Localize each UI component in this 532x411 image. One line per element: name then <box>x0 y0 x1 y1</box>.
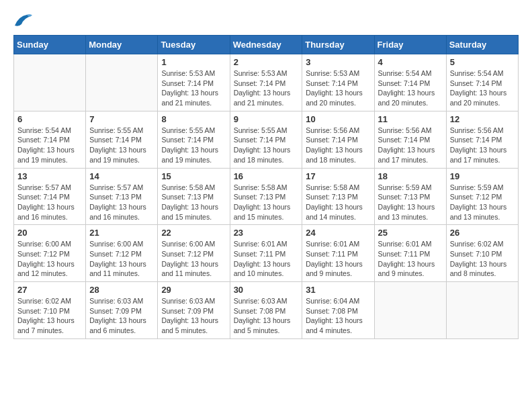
calendar-cell: 7Sunrise: 5:55 AM Sunset: 7:14 PM Daylig… <box>86 111 158 168</box>
calendar-cell: 24Sunrise: 6:01 AM Sunset: 7:11 PM Dayli… <box>302 225 374 282</box>
day-detail: Sunrise: 6:01 AM Sunset: 7:11 PM Dayligh… <box>234 239 299 279</box>
day-detail: Sunrise: 5:59 AM Sunset: 7:13 PM Dayligh… <box>378 183 443 222</box>
calendar-cell: 1Sunrise: 5:53 AM Sunset: 7:14 PM Daylig… <box>158 54 230 111</box>
day-number: 15 <box>161 171 226 181</box>
calendar-cell <box>374 282 446 339</box>
day-detail: Sunrise: 6:02 AM Sunset: 7:10 PM Dayligh… <box>450 239 515 279</box>
calendar-cell: 5Sunrise: 5:54 AM Sunset: 7:14 PM Daylig… <box>446 54 518 111</box>
day-number: 12 <box>450 114 515 124</box>
calendar-cell: 26Sunrise: 6:02 AM Sunset: 7:10 PM Dayli… <box>446 225 518 282</box>
calendar-cell: 13Sunrise: 5:57 AM Sunset: 7:14 PM Dayli… <box>14 168 86 225</box>
day-number: 31 <box>306 285 370 295</box>
day-detail: Sunrise: 6:00 AM Sunset: 7:12 PM Dayligh… <box>161 239 226 279</box>
calendar-header-tuesday: Tuesday <box>158 36 230 54</box>
day-number: 8 <box>161 114 226 124</box>
day-detail: Sunrise: 5:57 AM Sunset: 7:14 PM Dayligh… <box>17 183 82 222</box>
calendar-header-friday: Friday <box>374 36 446 54</box>
calendar-cell: 14Sunrise: 5:57 AM Sunset: 7:13 PM Dayli… <box>86 168 158 225</box>
day-detail: Sunrise: 6:02 AM Sunset: 7:10 PM Dayligh… <box>17 296 82 336</box>
calendar-table: SundayMondayTuesdayWednesdayThursdayFrid… <box>13 35 519 339</box>
day-detail: Sunrise: 5:56 AM Sunset: 7:14 PM Dayligh… <box>378 126 443 165</box>
calendar-cell: 6Sunrise: 5:54 AM Sunset: 7:14 PM Daylig… <box>14 111 86 168</box>
day-detail: Sunrise: 6:01 AM Sunset: 7:11 PM Dayligh… <box>378 239 443 279</box>
day-number: 19 <box>450 171 515 181</box>
page-header <box>13 13 519 28</box>
day-detail: Sunrise: 5:55 AM Sunset: 7:14 PM Dayligh… <box>161 126 226 165</box>
day-number: 2 <box>234 57 299 67</box>
day-number: 23 <box>234 228 299 238</box>
calendar-cell: 21Sunrise: 6:00 AM Sunset: 7:12 PM Dayli… <box>86 225 158 282</box>
day-number: 7 <box>89 114 154 124</box>
day-number: 21 <box>89 228 154 238</box>
day-number: 16 <box>234 171 299 181</box>
day-number: 10 <box>306 114 370 124</box>
day-detail: Sunrise: 5:54 AM Sunset: 7:14 PM Dayligh… <box>17 126 82 165</box>
day-number: 26 <box>450 228 515 238</box>
calendar-header-sunday: Sunday <box>14 36 86 54</box>
day-detail: Sunrise: 5:55 AM Sunset: 7:14 PM Dayligh… <box>234 126 299 165</box>
day-number: 6 <box>17 114 82 124</box>
calendar-cell: 18Sunrise: 5:59 AM Sunset: 7:13 PM Dayli… <box>374 168 446 225</box>
calendar-cell: 10Sunrise: 5:56 AM Sunset: 7:14 PM Dayli… <box>302 111 374 168</box>
calendar-cell: 22Sunrise: 6:00 AM Sunset: 7:12 PM Dayli… <box>158 225 230 282</box>
day-detail: Sunrise: 5:56 AM Sunset: 7:14 PM Dayligh… <box>450 126 515 165</box>
day-detail: Sunrise: 5:55 AM Sunset: 7:14 PM Dayligh… <box>89 126 154 165</box>
calendar-cell <box>446 282 518 339</box>
day-number: 29 <box>161 285 226 295</box>
day-number: 24 <box>306 228 370 238</box>
day-number: 17 <box>306 171 370 181</box>
day-detail: Sunrise: 6:03 AM Sunset: 7:09 PM Dayligh… <box>89 296 154 336</box>
day-detail: Sunrise: 5:58 AM Sunset: 7:13 PM Dayligh… <box>306 183 370 222</box>
calendar-cell: 2Sunrise: 5:53 AM Sunset: 7:14 PM Daylig… <box>230 54 302 111</box>
day-detail: Sunrise: 5:58 AM Sunset: 7:13 PM Dayligh… <box>161 183 226 222</box>
day-detail: Sunrise: 5:54 AM Sunset: 7:14 PM Dayligh… <box>450 68 515 108</box>
calendar-cell: 8Sunrise: 5:55 AM Sunset: 7:14 PM Daylig… <box>158 111 230 168</box>
calendar-cell: 17Sunrise: 5:58 AM Sunset: 7:13 PM Dayli… <box>302 168 374 225</box>
calendar-cell: 31Sunrise: 6:04 AM Sunset: 7:08 PM Dayli… <box>302 282 374 339</box>
day-number: 9 <box>234 114 299 124</box>
day-detail: Sunrise: 6:04 AM Sunset: 7:08 PM Dayligh… <box>306 296 370 336</box>
day-number: 5 <box>450 57 515 67</box>
calendar-header-monday: Monday <box>86 36 158 54</box>
calendar-cell: 9Sunrise: 5:55 AM Sunset: 7:14 PM Daylig… <box>230 111 302 168</box>
calendar-cell: 12Sunrise: 5:56 AM Sunset: 7:14 PM Dayli… <box>446 111 518 168</box>
calendar-header-row: SundayMondayTuesdayWednesdayThursdayFrid… <box>14 36 519 54</box>
calendar-cell <box>14 54 86 111</box>
calendar-header-wednesday: Wednesday <box>230 36 302 54</box>
day-number: 14 <box>89 171 154 181</box>
calendar-week-row: 20Sunrise: 6:00 AM Sunset: 7:12 PM Dayli… <box>14 225 519 282</box>
day-number: 3 <box>306 57 370 67</box>
day-detail: Sunrise: 5:53 AM Sunset: 7:14 PM Dayligh… <box>306 68 370 108</box>
calendar-cell: 27Sunrise: 6:02 AM Sunset: 7:10 PM Dayli… <box>14 282 86 339</box>
logo <box>13 13 35 28</box>
day-number: 4 <box>378 57 443 67</box>
calendar-cell: 29Sunrise: 6:03 AM Sunset: 7:09 PM Dayli… <box>158 282 230 339</box>
calendar-header-saturday: Saturday <box>446 36 518 54</box>
calendar-cell: 28Sunrise: 6:03 AM Sunset: 7:09 PM Dayli… <box>86 282 158 339</box>
day-number: 18 <box>378 171 443 181</box>
day-number: 13 <box>17 171 82 181</box>
day-detail: Sunrise: 5:53 AM Sunset: 7:14 PM Dayligh… <box>234 68 299 108</box>
day-detail: Sunrise: 6:00 AM Sunset: 7:12 PM Dayligh… <box>17 239 82 279</box>
calendar-week-row: 6Sunrise: 5:54 AM Sunset: 7:14 PM Daylig… <box>14 111 519 168</box>
calendar-week-row: 27Sunrise: 6:02 AM Sunset: 7:10 PM Dayli… <box>14 282 519 339</box>
calendar-cell: 20Sunrise: 6:00 AM Sunset: 7:12 PM Dayli… <box>14 225 86 282</box>
day-detail: Sunrise: 5:58 AM Sunset: 7:13 PM Dayligh… <box>234 183 299 222</box>
calendar-week-row: 1Sunrise: 5:53 AM Sunset: 7:14 PM Daylig… <box>14 54 519 111</box>
day-number: 30 <box>234 285 299 295</box>
calendar-cell <box>86 54 158 111</box>
calendar-cell: 4Sunrise: 5:54 AM Sunset: 7:14 PM Daylig… <box>374 54 446 111</box>
day-detail: Sunrise: 5:59 AM Sunset: 7:12 PM Dayligh… <box>450 183 515 222</box>
day-detail: Sunrise: 5:53 AM Sunset: 7:14 PM Dayligh… <box>161 68 226 108</box>
calendar-cell: 23Sunrise: 6:01 AM Sunset: 7:11 PM Dayli… <box>230 225 302 282</box>
day-detail: Sunrise: 6:01 AM Sunset: 7:11 PM Dayligh… <box>306 239 370 279</box>
day-detail: Sunrise: 6:00 AM Sunset: 7:12 PM Dayligh… <box>89 239 154 279</box>
day-detail: Sunrise: 6:03 AM Sunset: 7:08 PM Dayligh… <box>234 296 299 336</box>
day-number: 20 <box>17 228 82 238</box>
calendar-cell: 15Sunrise: 5:58 AM Sunset: 7:13 PM Dayli… <box>158 168 230 225</box>
calendar-week-row: 13Sunrise: 5:57 AM Sunset: 7:14 PM Dayli… <box>14 168 519 225</box>
day-number: 11 <box>378 114 443 124</box>
calendar-cell: 11Sunrise: 5:56 AM Sunset: 7:14 PM Dayli… <box>374 111 446 168</box>
calendar-cell: 16Sunrise: 5:58 AM Sunset: 7:13 PM Dayli… <box>230 168 302 225</box>
day-number: 22 <box>161 228 226 238</box>
